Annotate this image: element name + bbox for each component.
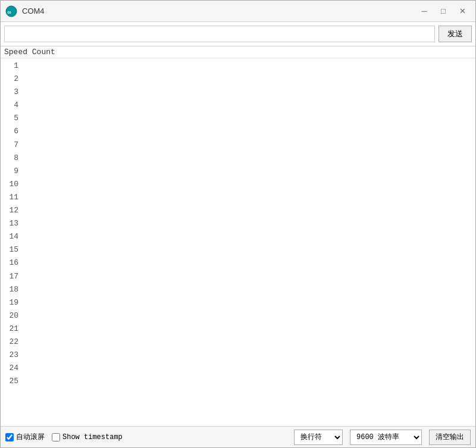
line-number: 11 <box>3 191 22 204</box>
line-number: 10 <box>3 178 22 191</box>
maximize-button[interactable]: □ <box>435 5 452 18</box>
line-content <box>22 165 475 178</box>
timestamp-checkbox[interactable] <box>52 433 60 441</box>
window-title: COM4 <box>22 7 416 15</box>
table-row: 25 <box>3 375 475 388</box>
line-content <box>22 362 475 375</box>
table-row: 20 <box>3 309 475 322</box>
line-number: 17 <box>3 270 22 283</box>
table-row: 12 <box>3 204 475 217</box>
app-icon: ∞ <box>5 5 17 17</box>
svg-text:∞: ∞ <box>8 9 11 15</box>
serial-input[interactable] <box>4 26 435 42</box>
table-row: 19 <box>3 296 475 309</box>
table-row: 7 <box>3 139 475 152</box>
line-content <box>22 86 475 99</box>
line-number: 25 <box>3 375 22 388</box>
table-row: 22 <box>3 336 475 349</box>
line-feed-select[interactable]: 换行符没有行尾新行回车CR+LF <box>294 430 343 445</box>
line-number: 3 <box>3 86 22 99</box>
line-number: 18 <box>3 283 22 296</box>
table-row: 17 <box>3 270 475 283</box>
table-row: 5 <box>3 112 475 125</box>
status-bar: 自动滚屏 Show timestamp 换行符没有行尾新行回车CR+LF 300… <box>1 426 475 447</box>
timestamp-label: Show timestamp <box>62 433 123 441</box>
table-row: 14 <box>3 230 475 243</box>
table-row: 24 <box>3 362 475 375</box>
line-content <box>22 270 475 283</box>
line-content <box>22 309 475 322</box>
line-content <box>22 152 475 165</box>
table-row: 6 <box>3 125 475 138</box>
line-number: 21 <box>3 322 22 336</box>
line-content <box>22 230 475 243</box>
line-number: 4 <box>3 99 22 112</box>
line-content <box>22 204 475 217</box>
line-content <box>22 256 475 270</box>
line-content <box>22 217 475 230</box>
line-number: 9 <box>3 165 22 178</box>
line-content <box>22 283 475 296</box>
line-number: 14 <box>3 230 22 243</box>
table-row: 15 <box>3 243 475 256</box>
table-row: 3 <box>3 86 475 99</box>
auto-scroll-checkbox[interactable] <box>5 433 14 441</box>
line-number: 22 <box>3 336 22 349</box>
line-content <box>22 139 475 152</box>
line-content <box>22 336 475 349</box>
line-number: 6 <box>3 125 22 138</box>
line-number: 23 <box>3 349 22 362</box>
line-number: 7 <box>3 139 22 152</box>
line-content <box>22 178 475 191</box>
table-row: 2 <box>3 73 475 86</box>
line-content <box>22 112 475 125</box>
minimize-button[interactable]: ─ <box>416 5 433 18</box>
close-button[interactable]: ✕ <box>454 5 471 18</box>
auto-scroll-checkbox-label[interactable]: 自动滚屏 <box>5 432 45 442</box>
line-number: 19 <box>3 296 22 309</box>
table-row: 21 <box>3 322 475 336</box>
output-container: 1234567891011121314151617181920212223242… <box>1 58 475 426</box>
line-content <box>22 99 475 112</box>
line-number: 20 <box>3 309 22 322</box>
line-number: 8 <box>3 152 22 165</box>
line-content <box>22 125 475 138</box>
line-content <box>22 322 475 336</box>
table-row: 11 <box>3 191 475 204</box>
timestamp-checkbox-label[interactable]: Show timestamp <box>52 433 123 441</box>
table-row: 9 <box>3 165 475 178</box>
line-number: 16 <box>3 256 22 270</box>
column-header-label: Speed Count <box>4 48 55 57</box>
main-window: ∞ COM4 ─ □ ✕ 发送 Speed Count 123456789101… <box>0 0 476 448</box>
table-row: 23 <box>3 349 475 362</box>
line-number: 1 <box>3 59 22 73</box>
table-row: 10 <box>3 178 475 191</box>
baud-rate-select[interactable]: 300 波特率1200 波特率2400 波特率4800 波特率9600 波特率1… <box>350 430 422 445</box>
input-area: 发送 <box>1 22 475 46</box>
line-number: 12 <box>3 204 22 217</box>
line-number: 5 <box>3 112 22 125</box>
table-row: 8 <box>3 152 475 165</box>
line-content <box>22 349 475 362</box>
send-button[interactable]: 发送 <box>439 26 472 42</box>
window-controls: ─ □ ✕ <box>416 5 471 18</box>
table-row: 16 <box>3 256 475 270</box>
line-content <box>22 73 475 86</box>
table-row: 18 <box>3 283 475 296</box>
line-number: 13 <box>3 217 22 230</box>
line-content <box>22 59 475 73</box>
clear-output-button[interactable]: 清空输出 <box>429 430 471 445</box>
line-content <box>22 375 475 388</box>
line-content <box>22 243 475 256</box>
line-content <box>22 191 475 204</box>
table-row: 4 <box>3 99 475 112</box>
line-number: 24 <box>3 362 22 375</box>
line-number: 15 <box>3 243 22 256</box>
table-row: 1 <box>3 59 475 73</box>
output-area[interactable]: 1234567891011121314151617181920212223242… <box>1 58 475 426</box>
column-header: Speed Count <box>1 46 475 58</box>
table-row: 13 <box>3 217 475 230</box>
auto-scroll-label: 自动滚屏 <box>16 432 45 442</box>
title-bar: ∞ COM4 ─ □ ✕ <box>1 1 475 22</box>
line-content <box>22 296 475 309</box>
